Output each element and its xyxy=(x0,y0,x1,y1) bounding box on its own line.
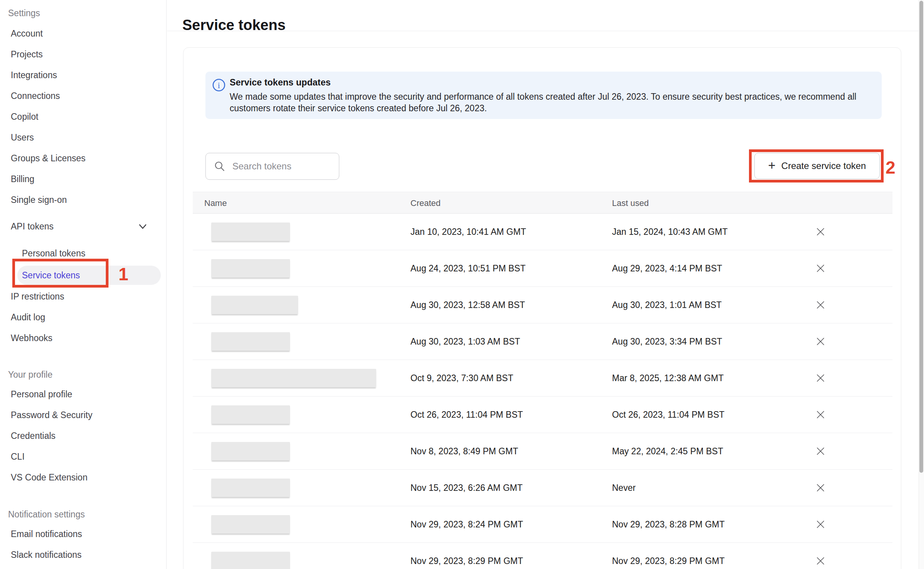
service-tokens-label: Service tokens xyxy=(22,270,80,280)
page: Settings Account Projects Integrations C… xyxy=(0,0,924,569)
token-name-placeholder xyxy=(211,369,376,387)
sidebar-item-personal-profile[interactable]: Personal profile xyxy=(0,384,166,405)
sidebar: Settings Account Projects Integrations C… xyxy=(0,0,167,569)
sidebar-item-vs-code-extension[interactable]: VS Code Extension xyxy=(0,467,166,488)
table-header: Name Created Last used xyxy=(193,192,892,214)
token-name-placeholder xyxy=(211,515,290,534)
token-last-used: May 22, 2024, 2:45 PM BST xyxy=(612,433,723,469)
token-last-used: Nov 29, 2023, 8:28 PM GMT xyxy=(612,506,725,542)
table-row: Aug 24, 2023, 10:51 PM BST Aug 29, 2023,… xyxy=(193,250,892,287)
sidebar-item-api-tokens[interactable]: API tokens xyxy=(0,216,166,237)
sidebar-item-single-sign-on[interactable]: Single sign-on xyxy=(0,189,166,210)
sidebar-item-webhooks[interactable]: Webhooks xyxy=(0,328,166,348)
close-x-icon[interactable] xyxy=(813,443,828,459)
token-name-placeholder xyxy=(211,405,290,424)
table-row: Oct 26, 2023, 11:04 PM BST Oct 26, 2023,… xyxy=(193,397,892,433)
api-tokens-label: API tokens xyxy=(11,216,53,237)
table-row: Aug 30, 2023, 1:03 AM BST Aug 30, 2023, … xyxy=(193,323,892,360)
sidebar-section-notification-settings: Notification settings xyxy=(0,507,166,522)
token-name-placeholder xyxy=(211,223,290,241)
sidebar-item-projects[interactable]: Projects xyxy=(0,44,166,65)
sidebar-item-audit-log[interactable]: Audit log xyxy=(0,307,166,328)
token-created: Nov 29, 2023, 8:29 PM GMT xyxy=(410,543,523,569)
sidebar-item-connections[interactable]: Connections xyxy=(0,85,166,106)
sidebar-item-email-notifications[interactable]: Email notifications xyxy=(0,524,166,544)
table-row: Nov 8, 2023, 8:49 PM GMT May 22, 2024, 2… xyxy=(193,433,892,470)
scrollbar-thumb[interactable] xyxy=(919,1,923,473)
close-x-icon[interactable] xyxy=(813,407,828,422)
token-created: Nov 8, 2023, 8:49 PM GMT xyxy=(410,433,518,469)
token-last-used: Never xyxy=(612,470,635,506)
token-last-used: Aug 30, 2023, 1:01 AM BST xyxy=(612,287,722,323)
token-created: Aug 24, 2023, 10:51 PM BST xyxy=(410,250,525,286)
close-x-icon[interactable] xyxy=(813,370,828,386)
close-x-icon[interactable] xyxy=(813,224,828,239)
sidebar-item-ip-restrictions[interactable]: IP restrictions xyxy=(0,286,166,307)
column-header-name: Name xyxy=(204,192,227,214)
token-last-used: Aug 30, 2023, 3:34 PM BST xyxy=(612,323,722,360)
sidebar-item-users[interactable]: Users xyxy=(0,127,166,148)
sidebar-item-cli[interactable]: CLI xyxy=(0,446,166,467)
service-tokens-card: i Service tokens updates We made some up… xyxy=(183,47,901,569)
table-row: Nov 15, 2023, 6:26 AM GMT Never xyxy=(193,470,892,506)
search-icon xyxy=(213,160,226,172)
banner-body: We made some updates that improve the se… xyxy=(230,91,868,114)
table-row: Jan 10, 2023, 10:41 AM GMT Jan 15, 2024,… xyxy=(193,214,892,250)
sidebar-item-password-security[interactable]: Password & Security xyxy=(0,405,166,425)
table-row: Nov 29, 2023, 8:24 PM GMT Nov 29, 2023, … xyxy=(193,506,892,543)
sidebar-item-personal-tokens[interactable]: Personal tokens xyxy=(0,243,166,264)
close-x-icon[interactable] xyxy=(813,517,828,532)
create-service-token-button[interactable]: + Create service token xyxy=(754,153,880,179)
close-x-icon[interactable] xyxy=(813,261,828,276)
info-banner: i Service tokens updates We made some up… xyxy=(205,72,882,119)
token-created: Oct 26, 2023, 11:04 PM BST xyxy=(410,397,523,433)
table-row: Nov 29, 2023, 8:29 PM GMT Nov 29, 2023, … xyxy=(193,543,892,569)
create-service-token-label: Create service token xyxy=(781,161,866,171)
token-created: Aug 30, 2023, 1:03 AM BST xyxy=(410,323,520,360)
table-row: Oct 9, 2023, 7:30 AM BST Mar 8, 2025, 12… xyxy=(193,360,892,397)
svg-text:i: i xyxy=(218,81,220,90)
sidebar-section-settings: Settings xyxy=(0,5,166,21)
sidebar-item-billing[interactable]: Billing xyxy=(0,169,166,189)
token-created: Jan 10, 2023, 10:41 AM GMT xyxy=(410,214,526,250)
search-input[interactable] xyxy=(232,161,329,172)
sidebar-section-your-profile: Your profile xyxy=(0,367,166,382)
token-created: Nov 15, 2023, 6:26 AM GMT xyxy=(410,470,522,506)
title-divider xyxy=(167,31,919,31)
token-created: Oct 9, 2023, 7:30 AM BST xyxy=(410,360,513,396)
token-name-placeholder xyxy=(211,552,290,569)
scrollbar-track xyxy=(919,0,924,569)
token-last-used: Aug 29, 2023, 4:14 PM BST xyxy=(612,250,722,286)
sidebar-item-credentials[interactable]: Credentials xyxy=(0,425,166,446)
token-last-used: Mar 8, 2025, 12:38 AM GMT xyxy=(612,360,724,396)
close-x-icon[interactable] xyxy=(813,553,828,569)
banner-title: Service tokens updates xyxy=(230,77,331,88)
token-table-body: Jan 10, 2023, 10:41 AM GMT Jan 15, 2024,… xyxy=(193,214,892,569)
token-name-placeholder xyxy=(211,296,298,314)
close-x-icon[interactable] xyxy=(813,334,828,349)
token-last-used: Jan 15, 2024, 10:43 AM GMT xyxy=(612,214,727,250)
chevron-down-icon xyxy=(138,221,148,231)
sidebar-item-copilot[interactable]: Copilot xyxy=(0,106,166,127)
sidebar-item-slack-notifications[interactable]: Slack notifications xyxy=(0,544,166,565)
table-row: Aug 30, 2023, 12:58 AM BST Aug 30, 2023,… xyxy=(193,287,892,323)
token-created: Aug 30, 2023, 12:58 AM BST xyxy=(410,287,525,323)
token-created: Nov 29, 2023, 8:24 PM GMT xyxy=(410,506,523,542)
token-name-placeholder xyxy=(211,259,290,278)
token-last-used: Nov 29, 2023, 8:29 PM GMT xyxy=(612,543,725,569)
sidebar-item-groups-licenses[interactable]: Groups & Licenses xyxy=(0,148,166,169)
token-name-placeholder xyxy=(211,332,290,351)
token-last-used: Oct 26, 2023, 11:04 PM BST xyxy=(612,397,724,433)
close-x-icon[interactable] xyxy=(813,480,828,495)
info-circle-icon: i xyxy=(212,78,226,92)
search-box xyxy=(205,153,339,180)
token-name-placeholder xyxy=(211,442,290,460)
sidebar-item-integrations[interactable]: Integrations xyxy=(0,65,166,85)
sidebar-item-service-tokens[interactable]: Service tokens xyxy=(17,266,161,285)
plus-icon: + xyxy=(768,159,776,172)
column-header-last-used: Last used xyxy=(612,192,649,214)
close-x-icon[interactable] xyxy=(813,297,828,313)
token-name-placeholder xyxy=(211,479,290,497)
sidebar-item-account[interactable]: Account xyxy=(0,23,166,44)
column-header-created: Created xyxy=(410,192,440,214)
